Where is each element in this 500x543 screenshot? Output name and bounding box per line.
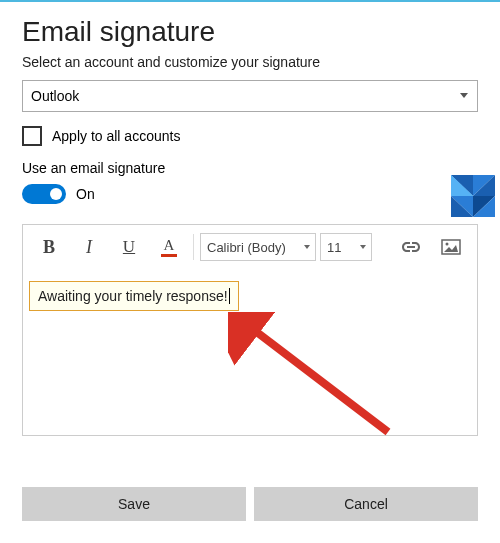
signature-text-box[interactable]: Awaiting your timely response! xyxy=(29,281,239,311)
text-caret xyxy=(229,288,230,304)
link-button[interactable] xyxy=(393,231,429,263)
use-signature-label: Use an email signature xyxy=(22,160,478,176)
italic-button[interactable]: I xyxy=(71,231,107,263)
action-row: Save Cancel xyxy=(0,473,500,535)
save-button[interactable]: Save xyxy=(22,487,246,521)
page-title: Email signature xyxy=(22,16,478,48)
apply-all-label: Apply to all accounts xyxy=(52,128,180,144)
signature-editor: B I U A Calibri (Body) 11 xyxy=(22,224,478,436)
svg-point-1 xyxy=(446,243,449,246)
underline-button[interactable]: U xyxy=(111,231,147,263)
account-select[interactable]: Outlook xyxy=(22,80,478,112)
image-button[interactable] xyxy=(433,231,469,263)
cancel-button[interactable]: Cancel xyxy=(254,487,478,521)
use-signature-toggle[interactable] xyxy=(22,184,66,204)
font-size-select[interactable]: 11 xyxy=(320,233,372,261)
font-color-button[interactable]: A xyxy=(151,231,187,263)
link-icon xyxy=(401,240,421,254)
subtitle: Select an account and customize your sig… xyxy=(22,54,478,70)
toggle-state-label: On xyxy=(76,186,95,202)
font-family-select[interactable]: Calibri (Body) xyxy=(200,233,316,261)
apply-all-checkbox[interactable] xyxy=(22,126,42,146)
separator xyxy=(193,234,194,260)
image-icon xyxy=(441,239,461,255)
app-logo xyxy=(451,175,495,217)
editor-textarea[interactable]: Awaiting your timely response! xyxy=(23,269,477,435)
format-toolbar: B I U A Calibri (Body) 11 xyxy=(23,225,477,269)
bold-button[interactable]: B xyxy=(31,231,67,263)
